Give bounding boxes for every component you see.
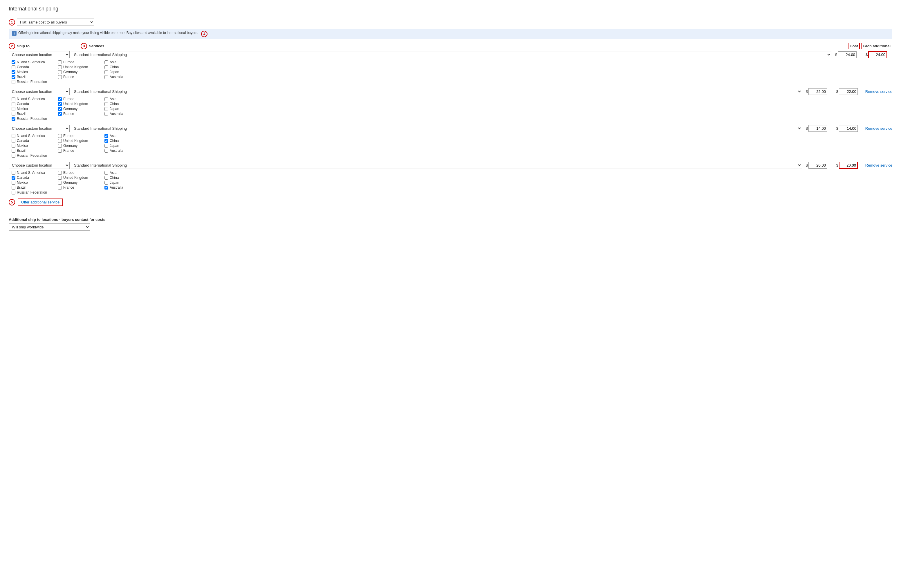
checkbox-united-kingdom-3[interactable]	[58, 139, 62, 143]
checkbox-canada-4[interactable]	[12, 176, 16, 179]
checkbox-mexico-3[interactable]	[12, 144, 16, 148]
checkbox-europe-4[interactable]	[58, 171, 62, 175]
remove-service-link-4[interactable]: Remove service	[865, 163, 892, 167]
region-col-col1-1: N. and S. AmericaCanadaMexicoBrazilRussi…	[12, 60, 58, 84]
checkbox-canada-3[interactable]	[12, 139, 16, 143]
checkbox-brazil-2[interactable]	[12, 112, 16, 116]
checkbox-mexico-2[interactable]	[12, 107, 16, 111]
service-select-2[interactable]: Standard International Shipping	[71, 88, 802, 95]
checkbox-australia-4[interactable]	[104, 186, 108, 190]
checkbox-asia-1[interactable]	[104, 60, 108, 64]
region-col-col2-4: EuropeUnited KingdomGermanyFrance	[58, 171, 104, 195]
regions-grid-3: N. and S. AmericaCanadaMexicoBrazilRussi…	[12, 134, 892, 158]
each-add-input-3[interactable]	[839, 125, 858, 132]
checkbox-china-4[interactable]	[104, 176, 108, 179]
region-label-france-2: France	[63, 112, 74, 116]
checkbox-brazil-3[interactable]	[12, 149, 16, 153]
cost-input-1[interactable]	[838, 51, 857, 58]
service-select-1[interactable]: Standard International Shipping	[71, 51, 831, 58]
service-select-3[interactable]: Standard International Shipping	[71, 125, 802, 132]
cost-input-2[interactable]	[808, 88, 827, 95]
checkbox-russian-federation-4[interactable]	[12, 191, 16, 195]
checkbox-asia-4[interactable]	[104, 171, 108, 175]
checkbox-france-4[interactable]	[58, 186, 62, 190]
checkbox-europe-3[interactable]	[58, 134, 62, 138]
checkbox-n.-and-s.-america-1[interactable]	[12, 60, 16, 64]
shipping-type-select[interactable]: Flat: same cost to all buyers Calculated…	[17, 19, 94, 26]
checkbox-brazil-1[interactable]	[12, 75, 16, 79]
cost-input-3[interactable]	[808, 125, 827, 132]
location-select-4[interactable]: Choose custom location	[9, 162, 70, 169]
each-add-input-2[interactable]	[839, 88, 858, 95]
region-item-united-kingdom-4: United Kingdom	[58, 176, 104, 179]
region-label-germany-4: Germany	[63, 181, 78, 185]
checkbox-brazil-4[interactable]	[12, 186, 16, 190]
checkbox-n.-and-s.-america-4[interactable]	[12, 171, 16, 175]
region-item-russian-federation-4: Russian Federation	[12, 190, 58, 195]
region-item-australia-4: Australia	[104, 186, 151, 190]
checkbox-europe-1[interactable]	[58, 60, 62, 64]
checkbox-australia-3[interactable]	[104, 149, 108, 153]
region-label-asia-4: Asia	[110, 171, 116, 175]
region-item-japan-1: Japan	[104, 70, 151, 74]
offer-additional-service-button[interactable]: Offer additional service	[18, 198, 63, 206]
checkbox-australia-2[interactable]	[104, 112, 108, 116]
checkbox-russian-federation-2[interactable]	[12, 117, 16, 121]
each-add-input-1[interactable]	[868, 51, 887, 58]
checkbox-europe-2[interactable]	[58, 97, 62, 101]
each-add-input-4[interactable]	[839, 162, 858, 169]
info-icon: i	[12, 31, 17, 36]
region-item-n.-and-s.-america-1: N. and S. America	[12, 60, 58, 64]
remove-service-link-2[interactable]: Remove service	[865, 89, 892, 94]
region-item-china-2: China	[104, 102, 151, 106]
checkbox-united-kingdom-1[interactable]	[58, 65, 62, 69]
checkbox-germany-3[interactable]	[58, 144, 62, 148]
region-item-mexico-3: Mexico	[12, 143, 58, 148]
checkbox-n.-and-s.-america-2[interactable]	[12, 97, 16, 101]
region-item-mexico-1: Mexico	[12, 70, 58, 74]
checkbox-united-kingdom-4[interactable]	[58, 176, 62, 179]
checkbox-canada-1[interactable]	[12, 65, 16, 69]
checkbox-china-1[interactable]	[104, 65, 108, 69]
regions-grid-1: N. and S. AmericaCanadaMexicoBrazilRussi…	[12, 60, 892, 84]
region-label-europe-3: Europe	[63, 134, 75, 138]
checkbox-china-2[interactable]	[104, 102, 108, 106]
region-item-russian-federation-3: Russian Federation	[12, 153, 58, 158]
region-item-europe-4: Europe	[58, 171, 104, 175]
location-select-1[interactable]: Choose custom location	[9, 51, 70, 58]
checkbox-germany-2[interactable]	[58, 107, 62, 111]
checkbox-canada-2[interactable]	[12, 102, 16, 106]
checkbox-china-3[interactable]	[104, 139, 108, 143]
region-col-col2-3: EuropeUnited KingdomGermanyFrance	[58, 134, 104, 158]
checkbox-japan-1[interactable]	[104, 70, 108, 74]
checkbox-mexico-4[interactable]	[12, 181, 16, 185]
checkbox-united-kingdom-2[interactable]	[58, 102, 62, 106]
checkbox-australia-1[interactable]	[104, 75, 108, 79]
checkbox-russian-federation-3[interactable]	[12, 154, 16, 158]
checkbox-france-2[interactable]	[58, 112, 62, 116]
service-select-4[interactable]: Standard International Shipping	[71, 162, 802, 169]
checkbox-japan-4[interactable]	[104, 181, 108, 185]
cost-input-4[interactable]	[808, 162, 827, 168]
checkbox-mexico-1[interactable]	[12, 70, 16, 74]
cost-header-box: Cost	[848, 43, 860, 49]
checkbox-asia-3[interactable]	[104, 134, 108, 138]
checkbox-japan-2[interactable]	[104, 107, 108, 111]
checkbox-france-3[interactable]	[58, 149, 62, 153]
checkbox-japan-3[interactable]	[104, 144, 108, 148]
each-additional-header-box: Each additional	[861, 43, 892, 49]
region-item-europe-3: Europe	[58, 134, 104, 138]
location-select-3[interactable]: Choose custom location	[9, 125, 70, 132]
region-label-mexico-3: Mexico	[17, 143, 28, 148]
additional-ship-select[interactable]: Will ship worldwide Will ship to United …	[9, 223, 90, 231]
checkbox-asia-2[interactable]	[104, 97, 108, 101]
checkbox-germany-4[interactable]	[58, 181, 62, 185]
cost-dollar-3: $	[806, 126, 808, 131]
region-col-col2-1: EuropeUnited KingdomGermanyFrance	[58, 60, 104, 84]
checkbox-germany-1[interactable]	[58, 70, 62, 74]
location-select-2[interactable]: Choose custom location	[9, 88, 70, 95]
remove-service-link-3[interactable]: Remove service	[865, 126, 892, 131]
checkbox-n.-and-s.-america-3[interactable]	[12, 134, 16, 138]
checkbox-france-1[interactable]	[58, 75, 62, 79]
checkbox-russian-federation-1[interactable]	[12, 80, 16, 84]
